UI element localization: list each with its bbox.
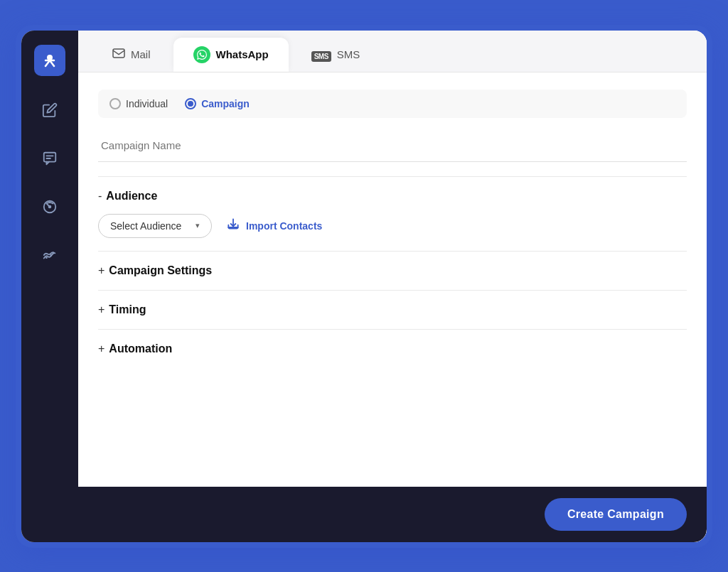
import-contacts-label: Import Contacts [246,220,322,232]
mail-icon [112,48,125,60]
audience-toggle: - [98,190,102,203]
timing-header[interactable]: + Timing [98,303,687,316]
radio-campaign-label: Campaign [201,98,250,109]
import-icon [226,217,240,234]
svg-rect-4 [44,152,56,161]
dropdown-arrow-icon: ▾ [196,221,200,230]
timing-label: Timing [109,303,146,316]
main-content: Mail WhatsApp SMS [78,31,707,542]
create-campaign-button[interactable]: Create Campaign [545,498,687,531]
select-audience-label: Select Audience [110,220,181,232]
radio-group: Individual Campaign [98,90,687,118]
tab-sms-label: SMS [337,48,360,60]
campaign-settings-header[interactable]: + Campaign Settings [98,264,687,277]
svg-rect-11 [113,49,124,58]
campaign-settings-section: + Campaign Settings [98,251,687,290]
radio-individual[interactable]: Individual [109,98,168,109]
tab-mail[interactable]: Mail [92,38,171,72]
import-contacts-button[interactable]: Import Contacts [226,217,322,234]
audience-row: Select Audience ▾ Import [98,214,687,238]
automation-header[interactable]: + Automation [98,342,687,355]
audience-section-label: Audience [106,190,157,203]
radio-individual-label: Individual [126,98,168,109]
automation-section: + Automation [98,329,687,368]
radio-campaign-circle [185,98,196,109]
tabs-bar: Mail WhatsApp SMS [78,31,707,72]
bottom-bar: Create Campaign [78,487,707,542]
gauge-icon[interactable] [36,193,64,221]
analytics-icon[interactable] [36,241,64,269]
svg-point-9 [46,257,48,259]
sidebar [21,31,78,542]
select-audience-dropdown[interactable]: Select Audience ▾ [98,214,212,238]
chat-icon[interactable] [36,144,64,173]
campaign-name-input[interactable] [98,129,687,162]
svg-point-8 [49,205,51,207]
timing-section: + Timing [98,290,687,329]
radio-campaign[interactable]: Campaign [185,98,250,109]
timing-toggle: + [98,303,105,316]
app-wrapper: Mail WhatsApp SMS [21,31,707,542]
form-area: Individual Campaign - Audience [78,72,707,487]
audience-section: - Audience Select Audience ▾ [98,176,687,251]
campaign-settings-toggle: + [98,264,105,277]
sms-icon: SMS [311,48,331,61]
campaign-settings-label: Campaign Settings [109,264,212,277]
automation-toggle: + [98,342,105,355]
svg-point-10 [50,254,52,256]
tab-sms[interactable]: SMS SMS [291,38,380,72]
tab-whatsapp-label: WhatsApp [216,48,269,60]
edit-icon[interactable] [36,96,64,124]
tab-mail-label: Mail [131,48,151,60]
automation-label: Automation [109,342,172,355]
app-container: Mail WhatsApp SMS [16,25,712,548]
radio-individual-circle [109,98,121,109]
whatsapp-icon [193,46,210,63]
sidebar-logo[interactable] [34,45,65,76]
tab-whatsapp[interactable]: WhatsApp [173,38,289,72]
audience-section-header[interactable]: - Audience [98,190,687,203]
